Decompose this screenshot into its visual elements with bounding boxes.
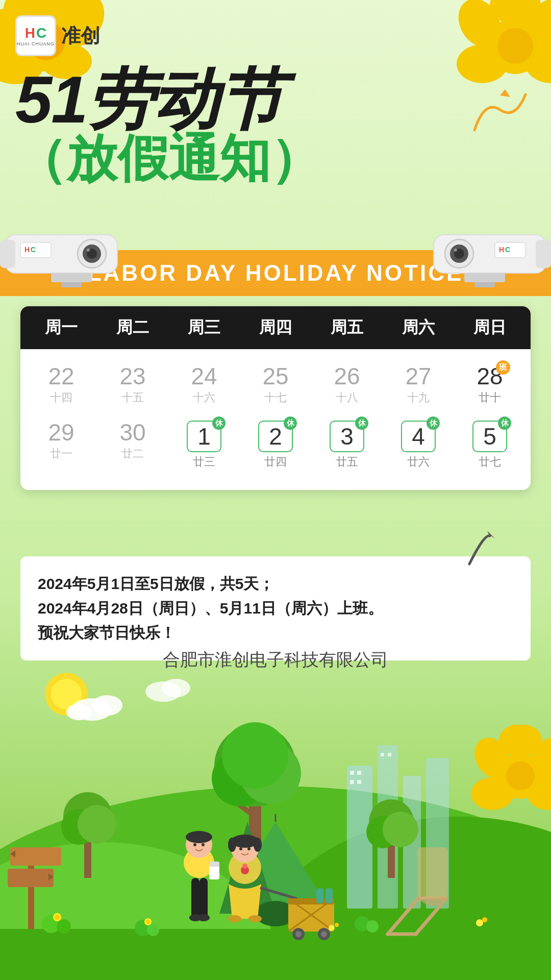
cal-cell-27: 27 十九	[383, 359, 454, 410]
title-holiday-notice: （放假通知）	[15, 133, 321, 184]
cal-cell-1: 1 休 廿三	[168, 415, 240, 475]
col-sun: 周日	[454, 316, 525, 339]
holiday-badge-2: 休	[284, 416, 297, 430]
main-content: H C HUAI CHUANG 准创 51劳动节 （放假通知） LABOR DA…	[0, 0, 551, 980]
svg-point-62	[92, 695, 122, 716]
svg-text:H: H	[499, 246, 504, 254]
svg-point-110	[228, 915, 241, 922]
col-mon: 周一	[26, 316, 97, 339]
svg-point-80	[383, 812, 418, 847]
cal-cell-26: 26 十八	[311, 359, 383, 410]
notice-line-2: 2024年4月28日（周日）、5月11日（周六）上班。	[38, 596, 513, 621]
svg-rect-23	[0, 240, 15, 268]
svg-rect-48	[0, 929, 551, 980]
main-title-area: 51劳动节 （放假通知）	[15, 66, 536, 184]
svg-point-111	[248, 915, 262, 922]
svg-point-72	[222, 722, 288, 789]
calendar-body: 22 十四 23 十五 24 十六 25 十七	[20, 349, 531, 490]
svg-point-133	[147, 924, 159, 936]
svg-rect-31	[51, 273, 92, 282]
logo-area: H C HUAI CHUANG 准创	[15, 15, 100, 56]
svg-point-94	[202, 843, 205, 846]
svg-point-135	[146, 920, 150, 924]
svg-rect-34	[536, 240, 551, 268]
col-tue: 周二	[97, 316, 168, 339]
svg-rect-83	[8, 869, 54, 887]
svg-point-131	[55, 915, 60, 920]
svg-point-76	[78, 805, 116, 844]
col-wed: 周三	[168, 316, 240, 339]
svg-point-92	[186, 831, 212, 843]
cal-cell-4: 4 休 廿六	[383, 415, 454, 475]
svg-rect-99	[209, 865, 219, 879]
svg-point-103	[242, 864, 247, 869]
notice-line-1: 2024年5月1日至5日放假，共5天；	[38, 572, 513, 596]
svg-rect-53	[350, 771, 354, 775]
cal-cell-2: 2 休 廿四	[240, 415, 311, 475]
col-sat: 周六	[383, 316, 454, 339]
calendar-header: 周一 周二 周三 周四 周五 周六 周日	[20, 306, 531, 349]
calendar-row-2: 29 廿一 30 廿二 1 休 廿三	[26, 415, 525, 475]
svg-point-120	[321, 931, 327, 937]
svg-point-137	[366, 920, 379, 933]
cal-cell-28: 28 班 廿十	[454, 359, 525, 410]
holiday-badge-5: 休	[498, 416, 511, 430]
notice-text-box: 2024年5月1日至5日放假，共5天； 2024年4月28日（周日）、5月11日…	[20, 556, 531, 660]
svg-point-93	[193, 843, 196, 846]
svg-point-141	[482, 917, 487, 922]
svg-rect-56	[357, 780, 361, 784]
svg-rect-43	[474, 282, 495, 287]
svg-rect-55	[350, 780, 354, 784]
svg-text:C: C	[505, 246, 510, 254]
svg-text:C: C	[31, 246, 36, 254]
english-banner-text: LABOR DAY HOLIDAY NOTICE	[88, 260, 464, 286]
calendar-row-1: 22 十四 23 十五 24 十六 25 十七	[26, 359, 525, 410]
logo-c: C	[36, 25, 46, 41]
work-badge-28: 班	[496, 360, 510, 375]
calendar: 周一 周二 周三 周四 周五 周六 周日 22 十四 23 十五	[20, 306, 531, 490]
svg-rect-57	[381, 753, 384, 756]
cal-cell-5: 5 休 廿七	[454, 415, 525, 475]
bottom-illustration	[0, 664, 551, 980]
svg-point-140	[476, 919, 483, 926]
logo-subtitle: HUAI CHUANG	[17, 41, 55, 46]
cal-cell-30: 30 廿二	[97, 415, 168, 475]
cal-cell-23: 23 十五	[97, 359, 168, 410]
svg-point-98	[197, 914, 210, 921]
logo-box: H C HUAI CHUANG	[15, 15, 56, 56]
svg-rect-32	[61, 282, 82, 287]
svg-point-65	[162, 679, 190, 697]
svg-point-63	[66, 704, 92, 720]
svg-text:H: H	[24, 246, 30, 254]
camera-right: H C	[408, 225, 551, 293]
brand-name: 准创	[61, 23, 100, 49]
svg-point-107	[254, 838, 262, 852]
cal-cell-22: 22 十四	[26, 359, 97, 410]
cal-cell-29: 29 廿一	[26, 415, 97, 475]
svg-rect-127	[417, 847, 448, 898]
svg-point-129	[57, 919, 71, 934]
title-51: 51劳动节	[15, 66, 536, 133]
arrow-decoration	[459, 528, 500, 571]
svg-rect-96	[199, 878, 208, 919]
camera-left: H C	[0, 225, 143, 293]
svg-rect-95	[191, 878, 199, 919]
svg-rect-82	[10, 847, 61, 866]
col-thu: 周四	[240, 316, 311, 339]
svg-rect-122	[325, 888, 333, 903]
svg-rect-58	[388, 753, 391, 756]
svg-point-119	[295, 931, 302, 937]
logo-h: H	[25, 25, 35, 41]
cal-cell-3: 3 休 廿五	[311, 415, 383, 475]
svg-rect-54	[357, 771, 361, 775]
cal-cell-24: 24 十六	[168, 359, 240, 410]
svg-point-27	[87, 249, 90, 252]
cal-cell-25: 25 十七	[240, 359, 311, 410]
holiday-badge-1: 休	[212, 416, 226, 430]
col-fri: 周五	[311, 316, 383, 339]
holiday-badge-4: 休	[427, 416, 440, 430]
svg-point-138	[329, 925, 335, 931]
svg-point-108	[239, 847, 242, 850]
svg-point-38	[454, 249, 457, 252]
svg-rect-121	[316, 888, 323, 903]
